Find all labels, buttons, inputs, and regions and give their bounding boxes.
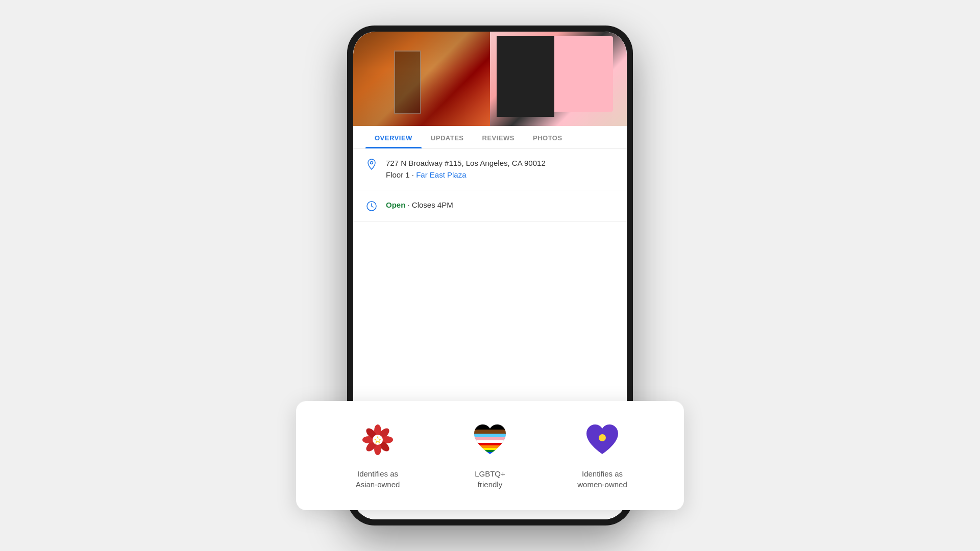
hours-text: Open · Closes 4PM <box>386 199 453 211</box>
floor-prefix: Floor 1 · <box>386 170 416 179</box>
women-owned-line1: Identifies as <box>582 469 623 478</box>
merchandise-photo <box>490 32 627 126</box>
svg-point-0 <box>371 162 373 164</box>
address-text: 727 N Broadway #115, Los Angeles, CA 900… <box>386 158 546 181</box>
attribute-women-owned: Identifies as women-owned <box>551 419 653 490</box>
hours-row: Open · Closes 4PM <box>353 190 627 222</box>
asian-owned-label: Identifies as Asian-owned <box>356 468 400 490</box>
photo-strip <box>353 32 627 126</box>
scene: OVERVIEW UPDATES REVIEWS PHOTOS <box>0 0 980 551</box>
svg-rect-22 <box>474 452 506 454</box>
location-icon <box>365 158 378 170</box>
address-row: 727 N Broadway #115, Los Angeles, CA 900… <box>353 148 627 190</box>
tab-photos[interactable]: PHOTOS <box>524 126 572 148</box>
svg-rect-16 <box>474 437 506 440</box>
asian-owned-icon-wrap <box>357 419 398 460</box>
svg-rect-17 <box>474 440 506 443</box>
lgbtq-label: LGBTQ+ friendly <box>475 468 505 490</box>
lgbtq-line1: LGBTQ+ <box>475 469 505 478</box>
svg-rect-19 <box>474 445 506 448</box>
store-interior-photo <box>353 32 490 126</box>
address-value: 727 N Broadway #115, Los Angeles, CA 900… <box>386 159 546 167</box>
lgbtq-line2: friendly <box>478 480 502 489</box>
tab-reviews[interactable]: REVIEWS <box>473 126 524 148</box>
women-owned-icon-wrap <box>582 419 623 460</box>
asian-owned-line2: Asian-owned <box>356 480 400 489</box>
attribute-asian-owned: Identifies as Asian-owned <box>327 419 429 490</box>
flower-icon <box>359 421 396 458</box>
tab-overview[interactable]: OVERVIEW <box>365 126 422 148</box>
hours-suffix: · Closes 4PM <box>405 201 453 209</box>
asian-owned-line1: Identifies as <box>357 469 398 478</box>
attribute-lgbtq: LGBTQ+ friendly <box>439 419 541 490</box>
women-heart-icon <box>584 422 621 457</box>
svg-point-23 <box>599 434 606 441</box>
svg-rect-21 <box>474 450 506 452</box>
floor-link[interactable]: Far East Plaza <box>416 170 466 179</box>
lgbtq-icon-wrap <box>470 419 510 460</box>
svg-rect-20 <box>474 448 506 450</box>
women-owned-line2: women-owned <box>577 480 627 489</box>
women-owned-label: Identifies as women-owned <box>577 468 627 490</box>
svg-rect-14 <box>474 430 506 434</box>
hours-status: Open <box>386 201 405 209</box>
attributes-card: Identifies as Asian-owned <box>296 401 684 510</box>
svg-point-12 <box>376 438 379 441</box>
clock-icon <box>365 200 378 212</box>
svg-rect-15 <box>474 434 506 437</box>
lgbtq-heart-icon <box>472 422 508 457</box>
tab-updates[interactable]: UPDATES <box>422 126 473 148</box>
tabs-bar: OVERVIEW UPDATES REVIEWS PHOTOS <box>353 126 627 148</box>
